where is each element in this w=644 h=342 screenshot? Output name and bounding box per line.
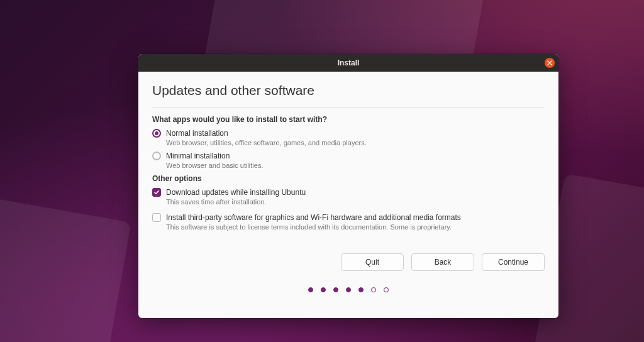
pager-dot [308,287,313,292]
radio-normal-installation[interactable]: Normal installation [152,129,545,138]
pager-dot [384,287,389,292]
page-title: Updates and other software [152,83,545,98]
close-button[interactable] [545,58,555,68]
radio-icon [152,152,161,160]
wallpaper-shape [0,183,131,342]
checkbox-label: Download updates while installing Ubuntu [166,188,306,197]
checkbox-third-party[interactable]: Install third-party software for graphic… [152,213,545,222]
button-bar: Quit Back Continue [138,253,558,271]
checkbox-label: Install third-party software for graphic… [166,213,461,222]
checkbox-icon [152,188,161,197]
progress-pager [138,287,558,292]
checkbox-icon [152,213,161,222]
quit-button[interactable]: Quit [341,253,404,271]
window-title: Install [138,58,558,67]
radio-icon [152,129,161,138]
checkbox-download-updates-desc: This saves time after installation. [166,198,545,206]
radio-label: Normal installation [166,129,228,138]
continue-button[interactable]: Continue [482,253,545,271]
pager-dot [346,287,351,292]
titlebar[interactable]: Install [138,54,558,72]
desktop-wallpaper: Install Updates and other software What … [0,0,644,342]
pager-dot [371,287,376,292]
divider [152,107,545,108]
radio-minimal-desc: Web browser and basic utilities. [166,162,545,169]
checkbox-download-updates[interactable]: Download updates while installing Ubuntu [152,188,545,197]
installer-window: Install Updates and other software What … [138,54,558,318]
pager-dot [333,287,338,292]
radio-minimal-installation[interactable]: Minimal installation [152,152,545,160]
back-button[interactable]: Back [411,253,474,271]
pager-dot [358,287,364,292]
check-icon [153,189,160,196]
apps-question: What apps would you like to install to s… [152,115,545,124]
radio-label: Minimal installation [166,152,230,160]
checkbox-third-party-desc: This software is subject to license term… [166,223,545,231]
pager-dot [321,287,326,292]
other-options-heading: Other options [152,174,545,183]
close-icon [547,60,552,65]
radio-normal-desc: Web browser, utilities, office software,… [166,139,545,146]
installer-content: Updates and other software What apps wou… [138,72,558,231]
